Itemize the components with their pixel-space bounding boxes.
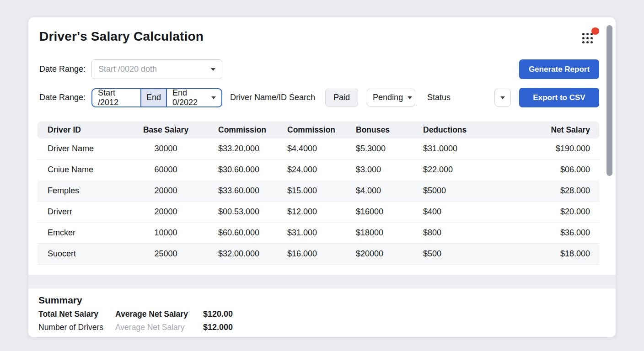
table-cell: $31.0000 (419, 144, 504, 154)
table-cell: Suocert (38, 249, 135, 259)
table-cell: $5.3000 (352, 144, 419, 154)
table-cell: $4.4000 (284, 144, 352, 154)
start-date-field[interactable]: Start /2012 (92, 89, 141, 106)
table-footer-band (28, 275, 616, 288)
table-cell: $3.000 (352, 165, 419, 175)
table-cell: $190.000 (504, 144, 599, 154)
column-header: Base Salary (135, 125, 197, 135)
pending-filter-select[interactable]: Pending (367, 89, 415, 106)
salary-calculation-card: Driver's Salary Calculation Date Range: … (28, 17, 616, 337)
card-header: Driver's Salary Calculation (39, 29, 599, 48)
table-cell: $06.000 (504, 165, 599, 175)
table-cell: $20000 (352, 249, 419, 259)
chevron-down-icon (211, 96, 216, 99)
table-cell: 30000 (135, 144, 197, 154)
notification-dot (591, 27, 599, 35)
summary-value: $120.00 (203, 309, 599, 319)
date-range-label: Date Range: (39, 64, 91, 74)
generate-report-button[interactable]: Generate Report (519, 59, 599, 79)
page-title: Driver's Salary Calculation (39, 29, 204, 44)
date-range-segmented-control: Start /2012 End End 0/2022 (91, 88, 222, 107)
table-cell: $33.60.000 (197, 186, 284, 196)
paid-filter-button[interactable]: Paid (325, 89, 358, 106)
end-date-select[interactable]: End 0/2022 (167, 89, 221, 106)
summary-heading: Summary (38, 295, 599, 306)
table-cell: $24.000 (284, 165, 352, 175)
summary-section: Summary Total Net SalaryAverage Net Sala… (38, 288, 599, 332)
table-cell: $5000 (419, 186, 504, 196)
column-header: Bonuses (352, 125, 419, 135)
table-cell: $4.000 (352, 186, 419, 196)
pending-select-value: Pending (373, 93, 403, 102)
table-cell: $60.60.000 (197, 228, 284, 238)
table-cell: Emcker (38, 228, 135, 238)
table-cell: 25000 (135, 249, 197, 259)
vertical-scrollbar-thumb[interactable] (606, 25, 612, 176)
summary-value: $12.000 (203, 323, 599, 332)
table-cell: Cniue Name (38, 165, 135, 175)
table-row[interactable]: Cniue Name60000$30.60.000$24.000$3.000$2… (38, 160, 599, 181)
apps-grid-icon[interactable] (582, 33, 593, 43)
table-cell: $16000 (352, 207, 419, 217)
end-date-tab[interactable]: End (141, 89, 167, 106)
summary-label-b: Average Net Salary (115, 323, 203, 332)
table-cell: $500 (419, 249, 504, 259)
table-cell: $400 (419, 207, 504, 217)
table-row[interactable]: Suocert25000$32.00.000$16.000$20000$500$… (38, 244, 599, 265)
column-header: Net Salary (504, 125, 599, 135)
summary-label-b: Average Net Salary (115, 309, 203, 319)
table-cell: 20000 (135, 186, 197, 196)
column-header: Deductions (419, 125, 504, 135)
table-cell: $36.000 (504, 228, 599, 238)
end-date-select-value: End 0/2022 (172, 88, 207, 107)
table-cell: $32.00.000 (197, 249, 284, 259)
driver-search-label: Driver Name/ID Search (230, 93, 315, 102)
summary-row: Total Net SalaryAverage Net Salary$120.0… (38, 309, 599, 319)
summary-label-a: Number of Drivers (38, 323, 115, 332)
table-row[interactable]: Driver Name30000$33.20.000$4.4000$5.3000… (38, 138, 599, 160)
table-cell: $15.000 (284, 186, 352, 196)
header-icons (578, 29, 599, 48)
table-cell: 60000 (135, 165, 197, 175)
summary-rows: Total Net SalaryAverage Net Salary$120.0… (38, 309, 599, 332)
table-header-row: Driver IDBase SalaryCommissionCommission… (38, 122, 599, 138)
column-header: Commission (197, 125, 284, 135)
table-row[interactable]: Driverr20000$00.53.000$12.000$16000$400$… (38, 202, 599, 223)
table-cell: 10000 (135, 228, 197, 238)
column-header: Driver ID (38, 125, 135, 135)
table-row[interactable]: Emcker10000$60.60.000$31.000$18000$800$3… (38, 223, 599, 244)
chevron-down-icon (211, 68, 215, 71)
date-range-select[interactable]: Start /0020 doth (91, 59, 222, 79)
summary-row: Number of DriversAverage Net Salary$12.0… (38, 323, 599, 332)
table-cell: $12.000 (284, 207, 352, 217)
filter-row-2: Date Range: Start /2012 End End 0/2022 D… (38, 88, 599, 107)
table-cell: $31.000 (284, 228, 352, 238)
table-cell: $00.53.000 (197, 207, 284, 217)
table-cell: 20000 (135, 207, 197, 217)
export-csv-button[interactable]: Export to CSV (519, 88, 599, 107)
table-cell: Femples (38, 186, 135, 196)
status-label: Status (427, 93, 451, 102)
table-cell: $28.000 (504, 186, 599, 196)
summary-label-a: Total Net Salary (38, 309, 115, 319)
table-cell: $33.20.000 (197, 144, 284, 154)
column-header: Commission (284, 125, 352, 135)
chevron-down-icon (500, 96, 505, 99)
status-select[interactable] (494, 89, 511, 106)
table-cell: $18000 (352, 228, 419, 238)
table-body: Driver Name30000$33.20.000$4.4000$5.3000… (38, 138, 599, 265)
salary-table: Driver IDBase SalaryCommissionCommission… (38, 122, 599, 265)
table-cell: $20.000 (504, 207, 599, 217)
table-cell: Driverr (38, 207, 135, 217)
table-cell: $22.000 (419, 165, 504, 175)
table-cell: Driver Name (38, 144, 135, 154)
table-cell: $800 (419, 228, 504, 238)
table-cell: $16.000 (284, 249, 352, 259)
date-range-label-2: Date Range: (39, 93, 91, 102)
chevron-down-icon (408, 96, 412, 99)
filter-row-1: Date Range: Start /0020 doth Generate Re… (38, 59, 599, 79)
table-cell: $30.60.000 (197, 165, 284, 175)
table-row[interactable]: Femples20000$33.60.000$15.000$4.000$5000… (38, 181, 599, 202)
date-range-select-value: Start /0020 doth (98, 64, 157, 74)
table-cell: $18.000 (504, 249, 599, 259)
